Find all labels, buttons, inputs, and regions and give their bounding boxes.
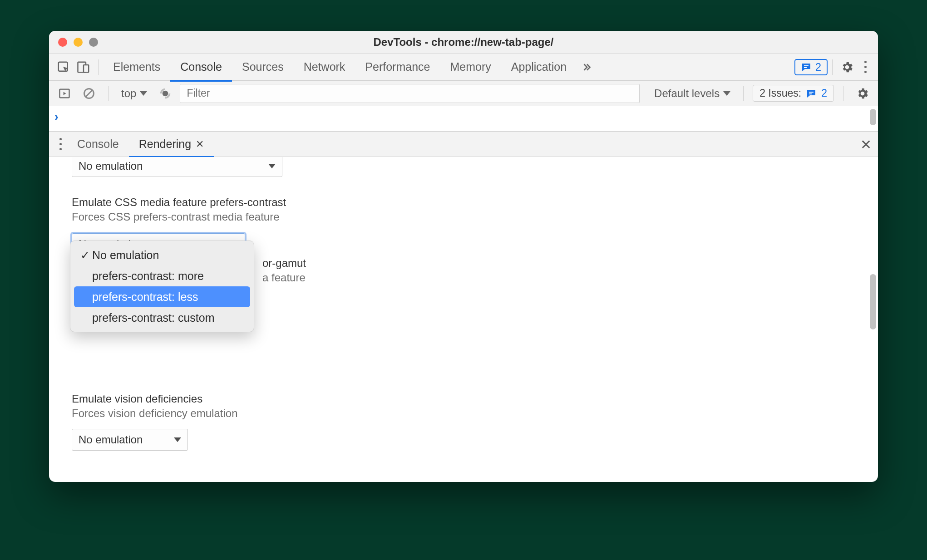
tab-performance[interactable]: Performance: [355, 54, 440, 82]
tab-sources[interactable]: Sources: [232, 54, 294, 82]
kebab-menu-icon[interactable]: [857, 61, 873, 73]
execution-context-label: top: [121, 87, 136, 100]
chevron-down-icon: [140, 91, 147, 96]
window-title: DevTools - chrome://new-tab-page/: [49, 36, 878, 49]
prefers-contrast-dropdown: No emulation prefers-contrast: more pref…: [70, 241, 254, 332]
svg-rect-3: [804, 65, 809, 66]
svg-point-7: [163, 90, 168, 96]
log-levels-label: Default levels: [654, 87, 720, 100]
filter-input[interactable]: [180, 84, 640, 103]
drawer-tabs: Console Rendering ✕ ✕: [49, 132, 878, 157]
dropdown-option-no-emulation[interactable]: No emulation: [74, 245, 250, 265]
chevron-down-icon: [174, 437, 181, 442]
tab-console[interactable]: Console: [170, 54, 232, 82]
drawer-tab-console[interactable]: Console: [67, 133, 129, 158]
separator: [108, 86, 108, 101]
rendering-pane: No emulation Emulate CSS media feature p…: [49, 157, 878, 482]
settings-icon[interactable]: [837, 57, 857, 77]
more-tabs-icon[interactable]: [577, 57, 597, 77]
execution-context-select[interactable]: top: [118, 87, 151, 100]
separator: [98, 59, 99, 75]
svg-rect-8: [809, 92, 814, 93]
issues-badge[interactable]: 2 Issues: 2: [753, 85, 834, 102]
scrollbar-thumb[interactable]: [870, 109, 876, 125]
prefers-contrast-desc: Forces CSS prefers-contrast media featur…: [72, 211, 855, 223]
console-body[interactable]: ›: [49, 106, 878, 132]
issues-count: 2: [821, 87, 827, 99]
tab-network[interactable]: Network: [294, 54, 355, 82]
console-prompt-icon: ›: [54, 110, 59, 124]
window-minimize-button[interactable]: [74, 38, 83, 47]
divider: [49, 376, 878, 376]
drawer-tab-rendering-label: Rendering: [139, 138, 191, 151]
close-drawer-icon[interactable]: ✕: [860, 136, 872, 152]
console-toolbar: top Default levels 2 Issues: 2: [49, 81, 878, 106]
live-expression-icon[interactable]: [155, 84, 175, 103]
clear-console-icon[interactable]: [79, 84, 99, 103]
separator: [843, 86, 843, 101]
inspect-icon[interactable]: [54, 57, 74, 77]
dropdown-option-less[interactable]: prefers-contrast: less: [74, 286, 250, 307]
drawer-tab-rendering[interactable]: Rendering ✕: [129, 133, 214, 158]
dropdown-option-more[interactable]: prefers-contrast: more: [74, 265, 250, 286]
svg-rect-9: [809, 93, 812, 94]
messages-count: 2: [815, 61, 821, 74]
issues-label: 2 Issues:: [759, 87, 801, 99]
color-gamut-title-partial: or-gamut: [262, 257, 306, 270]
tab-memory[interactable]: Memory: [440, 54, 501, 82]
vision-deficiencies-desc: Forces vision deficiency emulation: [72, 407, 855, 420]
device-toolbar-icon[interactable]: [74, 57, 94, 77]
separator: [743, 86, 744, 101]
titlebar: DevTools - chrome://new-tab-page/: [49, 31, 878, 54]
log-levels-select[interactable]: Default levels: [651, 87, 734, 100]
window-close-button[interactable]: [58, 38, 67, 47]
message-icon: [806, 88, 817, 99]
vision-deficiencies-select[interactable]: No emulation: [72, 429, 188, 451]
color-gamut-desc-partial: a feature: [262, 271, 306, 284]
tab-application[interactable]: Application: [501, 54, 577, 82]
scrollbar-thumb[interactable]: [870, 274, 876, 329]
no-emulation-select-1[interactable]: No emulation: [72, 157, 282, 177]
dropdown-option-custom[interactable]: prefers-contrast: custom: [74, 307, 250, 328]
chevron-down-icon: [723, 91, 730, 96]
console-settings-icon[interactable]: [853, 84, 873, 103]
select-value: No emulation: [79, 160, 143, 172]
close-tab-icon[interactable]: ✕: [196, 138, 204, 150]
svg-rect-2: [84, 65, 89, 72]
prefers-contrast-title: Emulate CSS media feature prefers-contra…: [72, 196, 855, 209]
vision-deficiencies-title: Emulate vision deficiencies: [72, 393, 855, 405]
tab-elements[interactable]: Elements: [103, 54, 170, 82]
drawer-kebab-icon[interactable]: [54, 138, 67, 150]
main-tabs: Elements Console Sources Network Perform…: [49, 54, 878, 81]
separator: [832, 59, 833, 75]
traffic-lights: [58, 38, 98, 47]
window-zoom-button[interactable]: [89, 38, 98, 47]
svg-rect-4: [804, 67, 807, 68]
select-value: No emulation: [79, 433, 143, 446]
devtools-window: DevTools - chrome://new-tab-page/ Elemen…: [49, 31, 878, 482]
messages-badge[interactable]: 2: [794, 59, 828, 75]
chevron-down-icon: [268, 164, 276, 168]
sidebar-toggle-icon[interactable]: [54, 84, 74, 103]
